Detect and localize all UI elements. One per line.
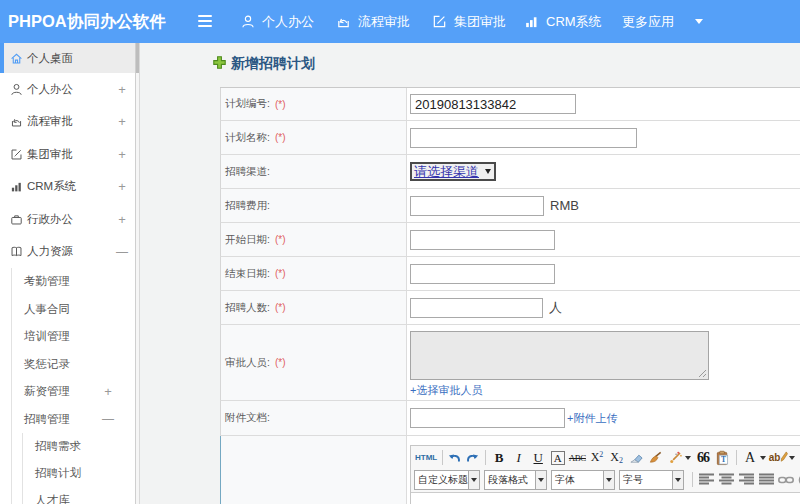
sidebar-item-recruitment-management[interactable]: 招聘管理 — xyxy=(0,406,135,434)
book-icon xyxy=(10,245,23,259)
editor-toolbar-row-1: HTML B I U A ABC X2 X2 xyxy=(413,447,800,468)
attachment-input[interactable] xyxy=(410,408,565,428)
sidebar-item-human-resources[interactable]: 人力资源 — xyxy=(0,236,135,269)
sidebar-item-talent-pool[interactable]: 人才库 xyxy=(0,487,135,504)
expand-plus-icon[interactable]: + xyxy=(115,82,129,97)
sidebar-item-training-management[interactable]: 培训管理 xyxy=(0,323,135,351)
undo-button[interactable] xyxy=(447,449,463,467)
italic-button[interactable]: I xyxy=(510,449,528,467)
sidebar-item-label: CRM系统 xyxy=(27,179,76,194)
sidebar-item-reward-punishment-records[interactable]: 奖惩记录 xyxy=(0,351,135,379)
unlink-button[interactable] xyxy=(796,471,800,489)
field-label: 附件文档: xyxy=(221,401,407,435)
collapse-minus-icon[interactable]: — xyxy=(115,245,129,259)
user-icon xyxy=(10,82,23,96)
nav-item-crm-system[interactable]: CRM系统 xyxy=(524,0,602,43)
sidebar-item-recruitment-needs[interactable]: 招聘需求 xyxy=(0,433,135,460)
currency-suffix: RMB xyxy=(550,198,579,213)
format-painter-brush-button[interactable] xyxy=(647,449,665,467)
required-mark: (*) xyxy=(275,132,286,143)
sidebar-item-process-approval[interactable]: 流程审批 + xyxy=(0,106,135,139)
nav-item-label: CRM系统 xyxy=(546,13,602,31)
submenu-guide-line xyxy=(11,268,12,504)
paste-as-text-button[interactable]: T xyxy=(714,449,732,467)
submenu-guide-line xyxy=(22,433,23,504)
strikethrough-button[interactable]: ABC xyxy=(568,449,586,467)
caret-down-icon[interactable] xyxy=(760,456,766,460)
chart-icon xyxy=(524,14,539,29)
editor-content-area[interactable] xyxy=(411,493,800,504)
sidebar-item-salary-management[interactable]: 薪资管理 + xyxy=(0,378,135,406)
quick-format-wand-button[interactable] xyxy=(666,449,684,467)
select-approvers-link[interactable]: +选择审批人员 xyxy=(410,383,482,398)
blockquote-button[interactable]: 66 xyxy=(694,449,712,467)
channel-select[interactable]: 请选择渠道 xyxy=(410,162,496,181)
font-style-button[interactable]: A xyxy=(549,449,567,467)
sidebar-item-personnel-contract[interactable]: 人事合同 xyxy=(0,296,135,324)
superscript-button[interactable]: X2 xyxy=(588,449,606,467)
headcount-input[interactable] xyxy=(410,298,543,318)
field-label: 招聘人数:(*) xyxy=(221,291,407,324)
edit-icon xyxy=(432,14,447,29)
expand-plus-icon[interactable]: + xyxy=(115,147,129,162)
font-color-button[interactable]: A xyxy=(741,449,759,467)
menu-toggle-button[interactable] xyxy=(198,15,212,27)
select-arrow-icon xyxy=(672,471,683,489)
sidebar-item-attendance-management[interactable]: 考勤管理 xyxy=(0,268,135,296)
caret-down-icon[interactable] xyxy=(789,456,795,460)
align-right-button[interactable] xyxy=(738,471,755,489)
sidebar-item-crm-system[interactable]: CRM系统 + xyxy=(0,171,135,204)
sidebar-item-recruitment-plan[interactable]: 招聘计划 xyxy=(0,460,135,487)
app-logo: PHPOA协同办公软件 xyxy=(8,0,166,43)
required-mark: (*) xyxy=(275,268,286,279)
paragraph-format-select[interactable]: 段落格式 xyxy=(484,470,547,490)
sidebar-item-personal-office[interactable]: 个人办公 + xyxy=(0,73,135,106)
font-family-select[interactable]: 字体 xyxy=(551,470,615,490)
sidebar-item-personal-desktop[interactable]: 个人桌面 xyxy=(0,43,135,73)
plan-name-input[interactable] xyxy=(410,128,637,148)
sidebar-item-label: 招聘管理 xyxy=(24,412,70,427)
bold-button[interactable]: B xyxy=(490,449,508,467)
nav-item-more-apps[interactable]: 更多应用 xyxy=(622,0,703,43)
caret-down-icon[interactable] xyxy=(685,456,691,460)
scrollbar-thumb[interactable] xyxy=(136,43,139,73)
nav-item-group-approval[interactable]: 集团审批 xyxy=(432,0,506,43)
link-button[interactable] xyxy=(777,471,795,489)
redo-button[interactable] xyxy=(464,449,480,467)
end-date-input[interactable] xyxy=(410,264,555,284)
sidebar-item-label: 行政办公 xyxy=(27,212,73,227)
expand-plus-icon[interactable]: + xyxy=(115,114,129,129)
select-value: 请选择渠道 xyxy=(414,163,479,181)
required-mark: (*) xyxy=(275,234,286,245)
expand-plus-icon[interactable]: + xyxy=(115,212,129,227)
select-arrow-icon xyxy=(468,471,479,489)
highlight-color-button[interactable]: ab xyxy=(769,449,789,467)
sidebar-item-label: 人事合同 xyxy=(24,302,70,317)
start-date-input[interactable] xyxy=(410,230,555,250)
subscript-button[interactable]: X2 xyxy=(608,449,626,467)
align-center-button[interactable] xyxy=(718,471,735,489)
font-size-select[interactable]: 字号 xyxy=(619,470,684,490)
justify-button[interactable] xyxy=(758,471,775,489)
sidebar-item-label: 流程审批 xyxy=(27,114,73,129)
sidebar-item-label: 个人办公 xyxy=(27,82,73,97)
attachment-upload-link[interactable]: +附件上传 xyxy=(567,411,617,426)
recruitment-cost-input[interactable] xyxy=(410,196,544,216)
expand-plus-icon[interactable]: + xyxy=(115,179,129,194)
collapse-minus-icon[interactable]: — xyxy=(101,412,115,426)
sidebar-item-label: 人力资源 xyxy=(27,244,73,259)
nav-item-process-approval[interactable]: 流程审批 xyxy=(336,0,410,43)
sidebar-item-group-approval[interactable]: 集团审批 + xyxy=(0,138,135,171)
approvers-textarea[interactable] xyxy=(410,331,709,380)
plan-number-input[interactable] xyxy=(410,94,576,114)
recruitment-plan-form: 计划编号:(*) 计划名称:(*) 招聘渠道: 请选择渠道 招聘费用: RMB … xyxy=(220,87,800,504)
sidebar-item-administrative-office[interactable]: 行政办公 + xyxy=(0,203,135,236)
source-code-button[interactable]: HTML xyxy=(415,449,437,467)
remove-format-eraser-button[interactable] xyxy=(627,449,645,467)
expand-plus-icon[interactable]: + xyxy=(101,384,115,399)
align-left-button[interactable] xyxy=(698,471,715,489)
form-row-recruitment-cost: 招聘费用: RMB xyxy=(220,189,800,223)
nav-item-personal-office[interactable]: 个人办公 xyxy=(241,0,314,43)
heading-style-select[interactable]: 自定义标题 xyxy=(414,470,480,490)
underline-button[interactable]: U xyxy=(529,449,547,467)
